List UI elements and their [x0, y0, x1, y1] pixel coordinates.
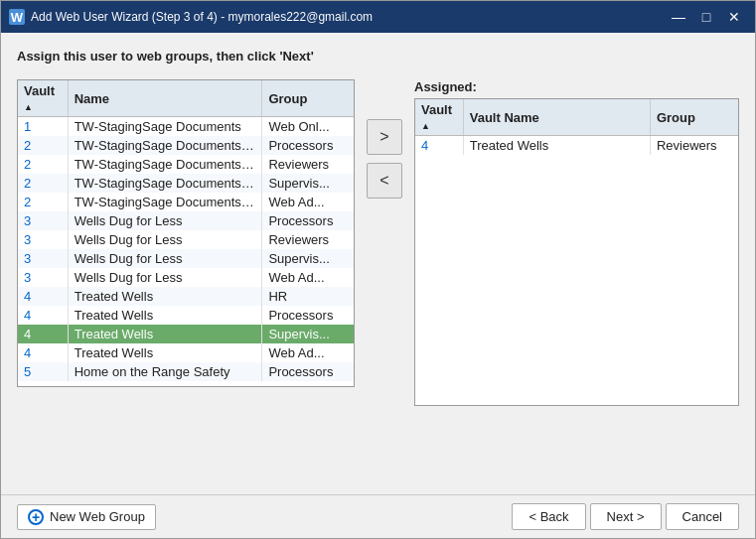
right-col-vaultname[interactable]: Vault Name [463, 99, 650, 136]
cell-vault: 4 [18, 325, 68, 343]
cell-group: Web Ad... [262, 193, 354, 211]
app-icon: W [9, 9, 25, 25]
cell-name: TW-StagingSage Documents Test [68, 174, 262, 193]
cell-vault: 4 [415, 136, 463, 156]
bottom-bar: + New Web Group < Back Next > Cancel [1, 494, 755, 538]
table-row[interactable]: 4Treated WellsReviewers [415, 136, 738, 156]
cell-vault: 3 [18, 230, 68, 249]
cell-name: Wells Dug for Less [68, 249, 262, 268]
right-table-header: Vault ▲ Vault Name Group [415, 99, 738, 136]
table-row[interactable]: 4Treated WellsProcessors [18, 306, 354, 325]
title-bar: W Add Web User Wizard (Step 3 of 4) - my… [1, 1, 755, 33]
cell-group: HR [262, 287, 354, 306]
cell-vault: 3 [18, 249, 68, 268]
cell-name: Wells Dug for Less [68, 211, 262, 230]
cell-vaultname: Treated Wells [463, 136, 650, 156]
right-panel: Assigned: Vault ▲ Vault Name Group 4Trea… [414, 79, 739, 406]
cell-group: Reviewers [262, 155, 354, 174]
right-table-body: 4Treated WellsReviewers [415, 136, 738, 156]
cell-name: Treated Wells [68, 306, 262, 325]
cell-vault: 2 [18, 174, 68, 193]
cell-name: TW-StagingSage Documents Test [68, 155, 262, 174]
instruction-text: Assign this user to web groups, then cli… [17, 49, 739, 64]
panels-area: Vault ▲ Name Group 1TW-StagingSage Docum… [17, 79, 739, 478]
close-button[interactable]: ✕ [721, 7, 747, 27]
new-group-icon: + [28, 509, 44, 525]
cell-name: Wells Dug for Less [68, 268, 262, 287]
maximize-button[interactable]: □ [693, 7, 719, 27]
cell-group: Reviewers [650, 136, 738, 156]
right-col-group[interactable]: Group [650, 99, 738, 136]
cell-group: Processors [262, 211, 354, 230]
cell-group: Web Onl... [262, 117, 354, 137]
table-row[interactable]: 3Wells Dug for LessProcessors [18, 211, 354, 230]
cell-vault: 2 [18, 155, 68, 174]
cell-name: Treated Wells [68, 343, 262, 362]
left-table: Vault ▲ Name Group 1TW-StagingSage Docum… [18, 80, 354, 381]
table-row[interactable]: 1TW-StagingSage DocumentsWeb Onl... [18, 117, 354, 137]
cell-vault: 1 [18, 117, 68, 137]
table-row[interactable]: 5Home on the Range SafetyProcessors [18, 362, 354, 381]
nav-buttons: < Back Next > Cancel [512, 503, 739, 530]
cell-group: Supervis... [262, 249, 354, 268]
assign-right-button[interactable]: > [367, 119, 402, 155]
remove-left-button[interactable]: < [367, 163, 402, 199]
right-table: Vault ▲ Vault Name Group 4Treated WellsR… [415, 99, 738, 155]
cell-name: Treated Wells [68, 287, 262, 306]
back-button[interactable]: < Back [512, 503, 585, 530]
table-row[interactable]: 4Treated WellsHR [18, 287, 354, 306]
cell-vault: 5 [18, 362, 68, 381]
table-row[interactable]: 2TW-StagingSage Documents TestSupervis..… [18, 174, 354, 193]
cell-vault: 4 [18, 343, 68, 362]
table-row[interactable]: 4Treated WellsSupervis... [18, 325, 354, 343]
cell-vault: 2 [18, 193, 68, 211]
cell-vault: 4 [18, 287, 68, 306]
cell-vault: 4 [18, 306, 68, 325]
new-web-group-button[interactable]: + New Web Group [17, 504, 156, 530]
table-row[interactable]: 4Treated WellsWeb Ad... [18, 343, 354, 362]
cell-name: Wells Dug for Less [68, 230, 262, 249]
cell-group: Supervis... [262, 174, 354, 193]
cell-vault: 2 [18, 136, 68, 155]
cell-name: TW-StagingSage Documents Test [68, 193, 262, 211]
cell-name: TW-StagingSage Documents [68, 117, 262, 137]
cell-group: Processors [262, 306, 354, 325]
table-row[interactable]: 3Wells Dug for LessReviewers [18, 230, 354, 249]
left-table-header: Vault ▲ Name Group [18, 80, 354, 117]
left-col-group[interactable]: Group [262, 80, 354, 117]
left-panel: Vault ▲ Name Group 1TW-StagingSage Docum… [17, 79, 355, 387]
arrow-buttons-area: > < [355, 119, 414, 199]
cell-group: Web Ad... [262, 268, 354, 287]
next-button[interactable]: Next > [590, 503, 662, 530]
right-col-vault[interactable]: Vault ▲ [415, 99, 463, 136]
table-row[interactable]: 2TW-StagingSage Documents TestProcessors [18, 136, 354, 155]
title-controls: — □ ✕ [666, 7, 747, 27]
left-col-name[interactable]: Name [68, 80, 262, 117]
table-row[interactable]: 2TW-StagingSage Documents TestReviewers [18, 155, 354, 174]
table-row[interactable]: 2TW-StagingSage Documents TestWeb Ad... [18, 193, 354, 211]
title-bar-left: W Add Web User Wizard (Step 3 of 4) - my… [9, 9, 373, 25]
cell-group: Reviewers [262, 230, 354, 249]
cell-name: Home on the Range Safety [68, 362, 262, 381]
left-col-vault[interactable]: Vault ▲ [18, 80, 68, 117]
cell-group: Processors [262, 136, 354, 155]
main-content: Assign this user to web groups, then cli… [1, 33, 755, 494]
new-group-label: New Web Group [50, 509, 145, 524]
table-row[interactable]: 3Wells Dug for LessWeb Ad... [18, 268, 354, 287]
cell-vault: 3 [18, 268, 68, 287]
left-table-container[interactable]: Vault ▲ Name Group 1TW-StagingSage Docum… [17, 79, 355, 387]
cell-name: Treated Wells [68, 325, 262, 343]
main-window: W Add Web User Wizard (Step 3 of 4) - my… [0, 0, 756, 539]
cell-name: TW-StagingSage Documents Test [68, 136, 262, 155]
left-table-body: 1TW-StagingSage DocumentsWeb Onl...2TW-S… [18, 117, 354, 382]
cell-group: Web Ad... [262, 343, 354, 362]
cell-group: Processors [262, 362, 354, 381]
cell-group: Supervis... [262, 325, 354, 343]
cancel-button[interactable]: Cancel [666, 503, 739, 530]
window-title: Add Web User Wizard (Step 3 of 4) - mymo… [31, 10, 373, 24]
table-row[interactable]: 3Wells Dug for LessSupervis... [18, 249, 354, 268]
minimize-button[interactable]: — [666, 7, 691, 27]
right-table-container[interactable]: Vault ▲ Vault Name Group 4Treated WellsR… [414, 98, 739, 406]
cell-vault: 3 [18, 211, 68, 230]
assigned-label: Assigned: [414, 79, 739, 94]
